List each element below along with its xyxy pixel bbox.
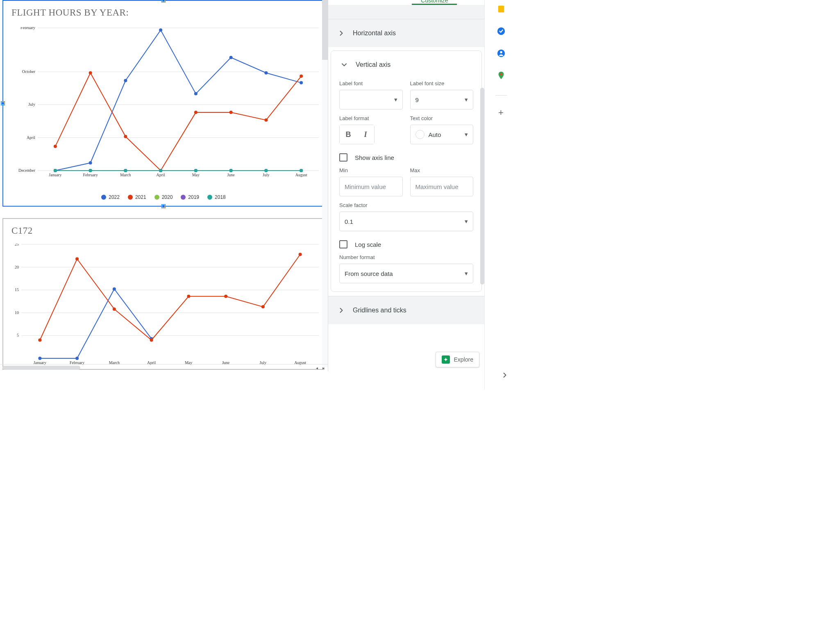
label-font-size-select[interactable]: 9 ▾ — [410, 90, 474, 109]
svg-text:5: 5 — [17, 333, 19, 337]
svg-point-28 — [124, 135, 127, 138]
legend-item[interactable]: 2019 — [181, 194, 199, 200]
label-font-select[interactable]: ▾ — [339, 90, 403, 109]
tab-customize[interactable]: Customize — [412, 0, 457, 5]
legend-item[interactable]: 2018 — [207, 194, 226, 200]
scroll-left-icon[interactable]: ◂ — [314, 365, 320, 371]
svg-point-53 — [159, 169, 162, 172]
svg-text:December: December — [18, 168, 36, 173]
scale-factor-label: Scale factor — [339, 202, 473, 208]
scale-factor-select[interactable]: 0.1 ▾ — [339, 212, 473, 231]
svg-point-76 — [38, 357, 41, 360]
legend-label: 2019 — [188, 194, 199, 200]
svg-point-32 — [264, 118, 268, 122]
group-gridlines[interactable]: Gridlines and ticks — [328, 296, 484, 324]
chart-plot-area: 510152025JanuaryFebruaryMarchAprilMayJun… — [13, 244, 323, 367]
number-format-select[interactable]: From source data ▾ — [339, 264, 473, 283]
chart-editor-panel: Setup Customize Horizontal axis Vertical… — [328, 0, 484, 371]
svg-text:June: June — [227, 173, 235, 177]
chart-flight-hours[interactable]: FLIGHT HOURS BY YEAR: DecemberAprilJulyO… — [2, 0, 325, 207]
spreadsheet-canvas[interactable]: FLIGHT HOURS BY YEAR: DecemberAprilJulyO… — [0, 0, 328, 371]
svg-point-86 — [261, 305, 265, 308]
italic-button[interactable]: I — [357, 125, 374, 144]
chart-title[interactable]: FLIGHT HOURS BY YEAR: — [3, 1, 324, 18]
contacts-icon[interactable] — [496, 48, 506, 58]
chevron-down-icon: ▾ — [465, 218, 468, 225]
chart-legend[interactable]: 20222021202020192018 — [3, 194, 324, 200]
keep-icon[interactable] — [496, 4, 506, 14]
svg-point-33 — [300, 75, 303, 78]
collapse-sidebar-icon[interactable] — [501, 371, 509, 381]
group-vertical-axis[interactable]: Vertical axis — [331, 51, 481, 72]
svg-point-81 — [75, 257, 79, 261]
svg-point-50 — [54, 169, 57, 172]
chevron-right-icon — [336, 28, 346, 38]
svg-point-21 — [159, 28, 162, 32]
svg-point-83 — [150, 339, 153, 342]
legend-item[interactable]: 2020 — [154, 194, 173, 200]
legend-dot-icon — [128, 195, 133, 200]
horizontal-scrollbar-track: ◂ ▸ — [0, 364, 328, 371]
label-font-label: Label font — [339, 80, 403, 87]
legend-label: 2021 — [135, 194, 146, 200]
svg-text:July: July — [263, 173, 270, 177]
svg-point-87 — [299, 253, 302, 256]
add-addon-icon[interactable]: + — [496, 108, 506, 118]
svg-point-23 — [229, 56, 233, 59]
chart-c172[interactable]: C172 510152025JanuaryFebruaryMarchAprilM… — [2, 218, 325, 370]
explore-label: Explore — [454, 356, 473, 363]
chart-plot-area: DecemberAprilJulyOctoberFebruaryJanuaryF… — [13, 27, 323, 179]
vertical-scrollbar[interactable] — [322, 0, 328, 367]
chart-title[interactable]: C172 — [3, 219, 324, 236]
svg-text:May: May — [192, 173, 200, 177]
legend-item[interactable]: 2021 — [128, 194, 146, 200]
horizontal-scrollbar[interactable] — [2, 366, 314, 371]
svg-text:October: October — [22, 69, 36, 74]
text-color-select[interactable]: Auto ▾ — [410, 125, 474, 144]
show-axis-line-row[interactable]: Show axis line — [339, 153, 473, 162]
svg-point-84 — [187, 295, 190, 298]
svg-text:March: March — [120, 173, 131, 177]
legend-dot-icon — [154, 195, 159, 200]
label-font-size-label: Label font size — [410, 80, 474, 87]
max-label: Max — [410, 167, 474, 173]
chevron-down-icon: ▾ — [394, 96, 397, 103]
selection-handle[interactable] — [1, 102, 5, 105]
svg-point-51 — [89, 169, 92, 172]
scroll-right-icon[interactable]: ▸ — [320, 365, 326, 371]
svg-text:August: August — [295, 173, 307, 177]
selection-handle[interactable] — [162, 205, 165, 208]
svg-text:April: April — [27, 135, 35, 140]
svg-text:February: February — [83, 173, 98, 177]
panel-scrollbar[interactable] — [480, 88, 484, 285]
group-label: Horizontal axis — [353, 30, 396, 37]
explore-spark-icon: ✦ — [442, 355, 450, 364]
svg-text:10: 10 — [15, 310, 19, 315]
explore-button[interactable]: ✦ Explore — [436, 352, 479, 367]
show-axis-line-checkbox[interactable] — [339, 153, 347, 162]
chevron-right-icon — [336, 305, 346, 315]
maps-icon[interactable] — [496, 71, 506, 80]
svg-point-55 — [229, 169, 233, 172]
bold-button[interactable]: B — [340, 125, 357, 144]
svg-point-85 — [224, 295, 227, 298]
group-horizontal-axis[interactable]: Horizontal axis — [328, 19, 484, 47]
tasks-icon[interactable] — [496, 26, 506, 36]
svg-point-57 — [300, 169, 303, 172]
max-input[interactable] — [410, 177, 474, 196]
vertical-axis-body: Label font ▾ Label font size 9 ▾ — [331, 72, 481, 291]
selection-handle[interactable] — [162, 0, 165, 2]
svg-point-77 — [75, 357, 79, 360]
number-format-label: Number format — [339, 254, 473, 260]
legend-item[interactable]: 2022 — [101, 194, 120, 200]
legend-label: 2022 — [109, 194, 120, 200]
text-color-label: Text color — [410, 115, 474, 121]
divider — [495, 95, 507, 96]
log-scale-row[interactable]: Log scale — [339, 240, 473, 248]
svg-point-20 — [124, 79, 127, 82]
min-input[interactable] — [339, 177, 403, 196]
label-format-toggle: B I — [339, 125, 375, 144]
chevron-down-icon — [339, 60, 349, 70]
svg-point-30 — [194, 111, 198, 114]
log-scale-checkbox[interactable] — [339, 240, 347, 248]
